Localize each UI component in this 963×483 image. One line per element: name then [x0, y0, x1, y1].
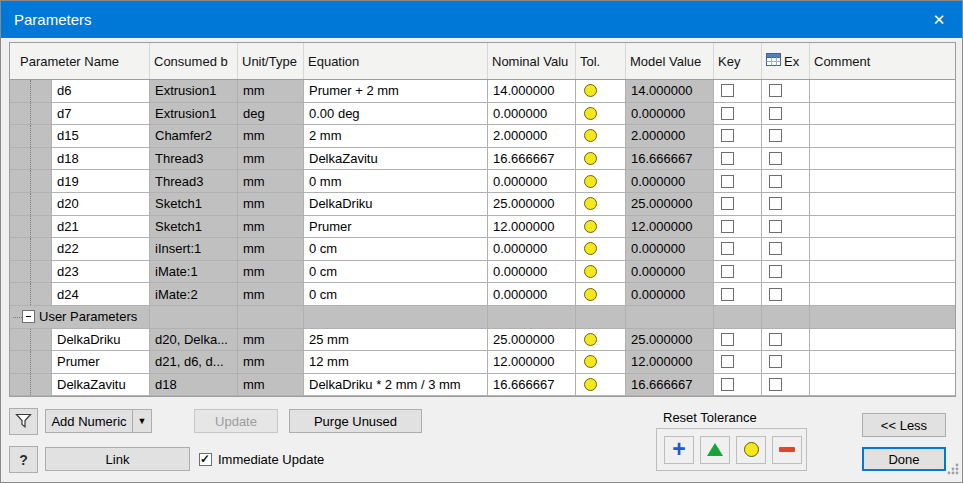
nominal-value-cell[interactable]: 16.666667	[488, 148, 576, 171]
yellow-circle-icon[interactable]	[584, 220, 597, 233]
export-checkbox[interactable]	[769, 288, 782, 301]
export-cell[interactable]	[762, 216, 810, 239]
comment-cell[interactable]	[810, 125, 955, 148]
tolerance-cell[interactable]	[576, 261, 626, 284]
param-name-cell[interactable]: d7	[52, 103, 150, 126]
equation-cell[interactable]: DelkaDriku	[304, 193, 488, 216]
equation-cell[interactable]: 25 mm	[304, 329, 488, 352]
export-checkbox[interactable]	[769, 84, 782, 97]
reset-tolerance-upper-button[interactable]	[700, 436, 730, 464]
export-cell[interactable]	[762, 238, 810, 261]
equation-cell[interactable]: DelkaDriku * 2 mm / 3 mm	[304, 374, 488, 397]
nominal-value-cell[interactable]: 2.000000	[488, 125, 576, 148]
export-checkbox[interactable]	[769, 152, 782, 165]
equation-cell[interactable]: 0 cm	[304, 283, 488, 306]
param-name-cell[interactable]: d15	[52, 125, 150, 148]
filter-button[interactable]	[9, 408, 38, 435]
param-name-cell[interactable]: DelkaDriku	[52, 329, 150, 352]
nominal-value-cell[interactable]: 0.000000	[488, 283, 576, 306]
export-checkbox[interactable]	[769, 107, 782, 120]
export-checkbox[interactable]	[769, 378, 782, 391]
yellow-circle-icon[interactable]	[584, 84, 597, 97]
equation-cell[interactable]: 0.00 deg	[304, 103, 488, 126]
tolerance-cell[interactable]	[576, 329, 626, 352]
comment-cell[interactable]	[810, 351, 955, 374]
tolerance-cell[interactable]	[576, 351, 626, 374]
key-cell[interactable]	[714, 193, 762, 216]
less-button[interactable]: << Less	[862, 413, 946, 437]
yellow-circle-icon[interactable]	[584, 242, 597, 255]
yellow-circle-icon[interactable]	[584, 355, 597, 368]
tolerance-cell[interactable]	[576, 216, 626, 239]
help-button[interactable]: ?	[9, 446, 38, 473]
comment-cell[interactable]	[810, 329, 955, 352]
param-name-cell[interactable]: d21	[52, 216, 150, 239]
yellow-circle-icon[interactable]	[584, 129, 597, 142]
yellow-circle-icon[interactable]	[584, 175, 597, 188]
close-icon[interactable]: ✕	[916, 1, 962, 38]
yellow-circle-icon[interactable]	[584, 107, 597, 120]
comment-cell[interactable]	[810, 80, 955, 103]
param-name-cell[interactable]: Prumer	[52, 351, 150, 374]
yellow-circle-icon[interactable]	[584, 152, 597, 165]
yellow-circle-icon[interactable]	[584, 333, 597, 346]
link-button[interactable]: Link	[45, 447, 190, 471]
tolerance-cell[interactable]	[576, 170, 626, 193]
key-cell[interactable]	[714, 80, 762, 103]
equation-cell[interactable]: DelkaZavitu	[304, 148, 488, 171]
export-cell[interactable]	[762, 261, 810, 284]
export-cell[interactable]	[762, 148, 810, 171]
update-button[interactable]: Update	[194, 409, 278, 433]
nominal-value-cell[interactable]: 16.666667	[488, 374, 576, 397]
nominal-value-cell[interactable]: 0.000000	[488, 170, 576, 193]
export-cell[interactable]	[762, 170, 810, 193]
chevron-down-icon[interactable]: ▼	[132, 410, 151, 432]
nominal-value-cell[interactable]: 12.000000	[488, 351, 576, 374]
export-cell[interactable]	[762, 125, 810, 148]
nominal-value-cell[interactable]: 12.000000	[488, 216, 576, 239]
key-cell[interactable]	[714, 103, 762, 126]
equation-cell[interactable]: 2 mm	[304, 125, 488, 148]
comment-cell[interactable]	[810, 103, 955, 126]
equation-cell[interactable]: 0 mm	[304, 170, 488, 193]
export-cell[interactable]	[762, 193, 810, 216]
key-checkbox[interactable]	[721, 129, 734, 142]
key-cell[interactable]	[714, 283, 762, 306]
yellow-circle-icon[interactable]	[584, 265, 597, 278]
equation-cell[interactable]: 12 mm	[304, 351, 488, 374]
export-checkbox[interactable]	[769, 129, 782, 142]
nominal-value-cell[interactable]: 0.000000	[488, 261, 576, 284]
export-checkbox[interactable]	[769, 197, 782, 210]
key-checkbox[interactable]	[721, 355, 734, 368]
nominal-value-cell[interactable]: 0.000000	[488, 103, 576, 126]
key-checkbox[interactable]	[721, 175, 734, 188]
key-checkbox[interactable]	[721, 107, 734, 120]
add-numeric-button[interactable]: Add Numeric	[46, 410, 132, 432]
nominal-value-cell[interactable]: 0.000000	[488, 238, 576, 261]
yellow-circle-icon[interactable]	[584, 288, 597, 301]
export-cell[interactable]	[762, 351, 810, 374]
param-name-cell[interactable]: d22	[52, 238, 150, 261]
export-cell[interactable]	[762, 283, 810, 306]
export-cell[interactable]	[762, 374, 810, 397]
group-header-cell[interactable]: User Parameters	[10, 306, 150, 329]
key-cell[interactable]	[714, 238, 762, 261]
comment-cell[interactable]	[810, 261, 955, 284]
param-name-cell[interactable]: d19	[52, 170, 150, 193]
key-cell[interactable]	[714, 170, 762, 193]
key-cell[interactable]	[714, 148, 762, 171]
comment-cell[interactable]	[810, 216, 955, 239]
comment-cell[interactable]	[810, 193, 955, 216]
reset-tolerance-minus-button[interactable]	[772, 436, 802, 464]
equation-cell[interactable]: 0 cm	[304, 261, 488, 284]
tolerance-cell[interactable]	[576, 125, 626, 148]
tolerance-cell[interactable]	[576, 148, 626, 171]
comment-cell[interactable]	[810, 283, 955, 306]
key-cell[interactable]	[714, 329, 762, 352]
tolerance-cell[interactable]	[576, 80, 626, 103]
param-name-cell[interactable]: DelkaZavitu	[52, 374, 150, 397]
export-checkbox[interactable]	[769, 355, 782, 368]
export-cell[interactable]	[762, 329, 810, 352]
param-name-cell[interactable]: d20	[52, 193, 150, 216]
comment-cell[interactable]	[810, 238, 955, 261]
